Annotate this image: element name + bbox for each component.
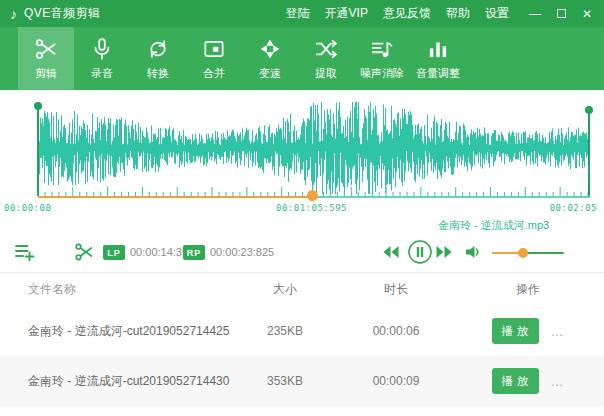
file-size: 235KB bbox=[230, 324, 340, 338]
play-button[interactable]: 播 放 bbox=[492, 318, 539, 344]
cut-button[interactable] bbox=[73, 241, 95, 267]
right-point-badge[interactable]: RP bbox=[183, 245, 205, 260]
toolbar-label: 音量调整 bbox=[416, 66, 460, 81]
playhead-marker[interactable] bbox=[307, 190, 318, 201]
toolbar-label: 提取 bbox=[315, 66, 337, 81]
toolbar-item-noise-removal[interactable]: 噪声消除 bbox=[354, 27, 410, 90]
toolbar-item-convert[interactable]: 转换 bbox=[130, 27, 186, 90]
fast-forward-button[interactable] bbox=[436, 245, 452, 263]
file-table: 文件名称 大小 时长 操作 金南玲 - 逆流成河-cut201905271442… bbox=[0, 272, 604, 416]
more-options-icon[interactable]: … bbox=[551, 324, 565, 339]
app-title: QVE音频剪辑 bbox=[24, 5, 101, 22]
window-controls: — ✕ bbox=[529, 8, 592, 20]
toolbar-label: 录音 bbox=[91, 66, 113, 81]
toolbar-item-volume-adjust[interactable]: 音量调整 bbox=[410, 27, 466, 90]
menu-feedback[interactable]: 意见反馈 bbox=[383, 5, 431, 22]
menu-vip[interactable]: 开通VIP bbox=[325, 5, 368, 22]
app-window: ♪ QVE音频剪辑 登陆 开通VIP 意见反馈 帮助 设置 — ✕ 剪辑 bbox=[0, 0, 604, 416]
right-trim-handle[interactable] bbox=[584, 100, 594, 200]
toolbar-label: 变速 bbox=[259, 66, 281, 81]
toolbar-item-cut[interactable]: 剪辑 bbox=[18, 27, 74, 90]
menu-settings[interactable]: 设置 bbox=[485, 5, 509, 22]
toolbar-label: 噪声消除 bbox=[360, 66, 404, 81]
toolbar-label: 剪辑 bbox=[35, 66, 57, 81]
current-file-name: 金南玲 - 逆流成河.mp3 bbox=[438, 218, 549, 233]
column-header-duration: 时长 bbox=[340, 281, 452, 298]
close-button[interactable]: ✕ bbox=[582, 8, 592, 20]
rewind-button[interactable] bbox=[383, 245, 399, 263]
file-name: 金南玲 - 逆流成河-cut20190527144253.mp3 bbox=[0, 323, 230, 340]
play-button[interactable]: 播 放 bbox=[492, 368, 539, 394]
volume-slider-thumb[interactable] bbox=[518, 248, 528, 258]
main-toolbar: 剪辑 录音 转换 bbox=[0, 27, 604, 90]
column-header-size: 大小 bbox=[230, 281, 340, 298]
column-header-name: 文件名称 bbox=[0, 281, 230, 298]
timeline-start-label: 00:00:00 bbox=[4, 203, 51, 213]
file-size: 353KB bbox=[230, 374, 340, 388]
noise-removal-icon bbox=[369, 36, 395, 62]
toolbar-item-merge[interactable]: 合并 bbox=[186, 27, 242, 90]
volume-slider[interactable] bbox=[492, 248, 564, 258]
waveform-panel: 00:00:00 00:01:05:595 00:02:05 金南玲 - 逆流成… bbox=[0, 90, 604, 232]
toolbar-item-record[interactable]: 录音 bbox=[74, 27, 130, 90]
timeline-end-label: 00:02:05 bbox=[550, 203, 597, 213]
speaker-icon[interactable] bbox=[464, 243, 482, 265]
pause-button[interactable] bbox=[407, 239, 433, 269]
control-bar: LP 00:00:14:398 RP 00:00:23:825 bbox=[0, 232, 604, 272]
speed-icon bbox=[257, 36, 283, 62]
table-row: 金南玲 - 逆流成河-cut20190527144307.mp3 353KB 0… bbox=[0, 356, 604, 406]
table-header: 文件名称 大小 时长 操作 bbox=[0, 273, 604, 306]
merge-icon bbox=[201, 36, 227, 62]
volume-adjust-icon bbox=[425, 36, 451, 62]
timeline-current-label: 00:01:05:595 bbox=[276, 203, 347, 213]
file-duration: 00:00:09 bbox=[340, 374, 452, 388]
extract-icon bbox=[313, 36, 339, 62]
scissors-icon bbox=[33, 36, 59, 62]
add-to-list-button[interactable] bbox=[13, 240, 37, 268]
left-point-badge[interactable]: LP bbox=[103, 245, 125, 260]
menu-login[interactable]: 登陆 bbox=[286, 5, 310, 22]
toolbar-label: 转换 bbox=[147, 66, 169, 81]
menu-help[interactable]: 帮助 bbox=[446, 5, 470, 22]
column-header-operation: 操作 bbox=[452, 281, 604, 298]
right-point-time: 00:00:23:825 bbox=[210, 246, 274, 258]
toolbar-item-speed[interactable]: 变速 bbox=[242, 27, 298, 90]
toolbar-item-extract[interactable]: 提取 bbox=[298, 27, 354, 90]
music-note-icon: ♪ bbox=[10, 6, 17, 22]
file-name: 金南玲 - 逆流成河-cut20190527144307.mp3 bbox=[0, 373, 230, 390]
microphone-icon bbox=[89, 36, 115, 62]
table-row: 金南玲 - 逆流成河-cut20190527144253.mp3 235KB 0… bbox=[0, 306, 604, 356]
title-bar: ♪ QVE音频剪辑 登陆 开通VIP 意见反馈 帮助 设置 — ✕ bbox=[0, 0, 604, 27]
toolbar-label: 合并 bbox=[203, 66, 225, 81]
maximize-button[interactable] bbox=[557, 9, 566, 18]
more-options-icon[interactable]: … bbox=[551, 374, 565, 389]
minimize-button[interactable]: — bbox=[529, 8, 541, 20]
file-duration: 00:00:06 bbox=[340, 324, 452, 338]
left-trim-handle[interactable] bbox=[33, 100, 43, 200]
waveform-display[interactable] bbox=[0, 90, 604, 202]
titlebar-menu: 登陆 开通VIP 意见反馈 帮助 设置 bbox=[286, 5, 509, 22]
convert-icon bbox=[145, 36, 171, 62]
